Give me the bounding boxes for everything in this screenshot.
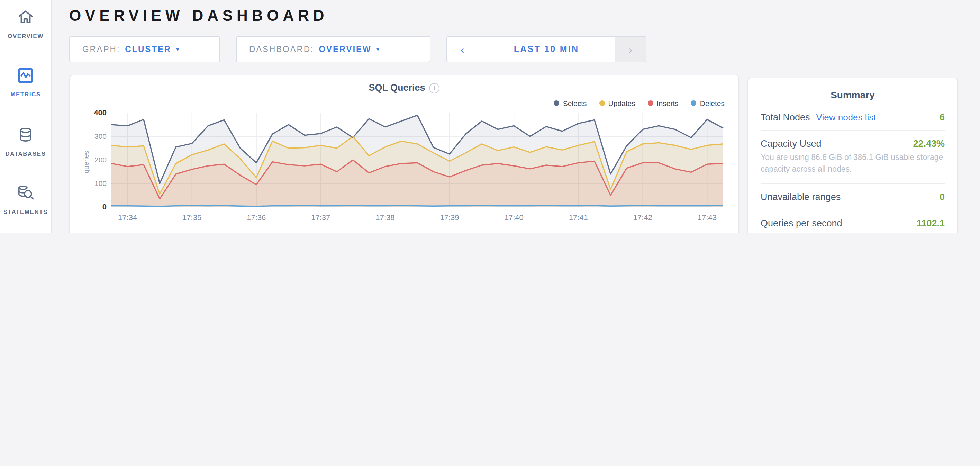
summary-row-value: 1102.1 (917, 218, 945, 228)
toolbar: GRAPH: CLUSTER ▾ DASHBOARD: OVERVIEW ▾ ‹… (69, 36, 646, 62)
chart-title-text: SQL Queries (369, 82, 425, 93)
summary-row: Unavailable ranges0 (760, 184, 945, 210)
summary-row-value: 22.43% (913, 139, 945, 149)
svg-text:0: 0 (102, 203, 107, 211)
summary-row-label: Total Nodes (760, 112, 810, 123)
legend-label: Selects (563, 99, 587, 107)
legend-item[interactable]: Inserts (648, 99, 679, 107)
svg-text:17:40: 17:40 (504, 213, 523, 222)
time-prev-button[interactable]: ‹ (447, 37, 477, 62)
svg-text:17:34: 17:34 (118, 213, 137, 222)
metrics-icon (17, 67, 35, 87)
sidebar-item-statements[interactable]: STATEMENTS (0, 184, 51, 215)
summary-row: Queries per second1102.1 (760, 210, 945, 233)
sidebar-item-metrics[interactable]: METRICS (0, 67, 51, 97)
chart-title: SQL Queries (81, 82, 727, 94)
view-nodes-link[interactable]: View nodes list (816, 112, 876, 123)
summary-row: Total NodesView nodes list6 (760, 105, 945, 131)
svg-text:400: 400 (94, 109, 107, 117)
legend-dot-icon (554, 101, 560, 106)
legend-label: Updates (608, 99, 635, 107)
summary-row-label: Queries per second (760, 218, 842, 228)
legend-label: Deletes (700, 99, 725, 107)
summary-title: Summary (760, 89, 945, 101)
legend-dot-icon (648, 101, 653, 106)
summary-row-label: Capacity Used (760, 139, 821, 149)
svg-text:17:39: 17:39 (440, 213, 459, 222)
svg-text:17:37: 17:37 (311, 213, 330, 222)
legend-item[interactable]: Deletes (691, 99, 725, 107)
legend-item[interactable]: Updates (599, 99, 635, 107)
svg-text:200: 200 (94, 156, 107, 164)
summary-row-subtext: You are using 86.6 GiB of 386.1 GiB usab… (760, 152, 945, 176)
dashboard-dropdown-label: DASHBOARD: (249, 44, 314, 54)
sql-queries-chart-card: SQL Queries SelectsUpdatesInsertsDeletes… (69, 75, 739, 233)
graph-dropdown-value: CLUSTER (125, 44, 171, 54)
svg-text:17:38: 17:38 (375, 213, 395, 222)
dashboard-dropdown-value: OVERVIEW (319, 44, 372, 54)
chevron-down-icon: ▾ (376, 46, 380, 53)
svg-text:17:35: 17:35 (182, 213, 201, 222)
svg-text:100: 100 (94, 179, 107, 187)
summary-panel: Summary Total NodesView nodes list6Capac… (748, 78, 958, 233)
svg-text:17:42: 17:42 (633, 213, 652, 222)
sidebar: OVERVIEWMETRICSDATABASESSTATEMENTSJOBS ⚙… (0, 0, 52, 233)
app-root: OVERVIEWMETRICSDATABASESSTATEMENTSJOBS ⚙… (0, 0, 980, 233)
sidebar-item-databases[interactable]: DATABASES (0, 126, 51, 157)
sql-queries-chart: 17:3417:3517:3617:3717:3817:3917:4017:41… (81, 107, 727, 228)
sidebar-item-label: METRICS (10, 91, 40, 97)
sidebar-item-label: STATEMENTS (3, 208, 48, 215)
svg-text:queries: queries (82, 151, 90, 174)
sidebar-item-label: OVERVIEW (8, 32, 44, 40)
sidebar-item-label: DATABASES (5, 150, 46, 157)
summary-row-label: Unavailable ranges (760, 192, 840, 202)
legend-label: Inserts (657, 99, 679, 107)
summary-row: Capacity Used22.43%You are using 86.6 Gi… (760, 131, 945, 184)
time-range-selector: ‹ LAST 10 MIN › (446, 36, 646, 62)
legend-dot-icon (691, 101, 697, 106)
svg-text:17:41: 17:41 (569, 213, 588, 222)
databases-icon (17, 126, 35, 147)
home-icon (17, 8, 35, 29)
time-next-button[interactable]: › (615, 37, 646, 62)
legend-item[interactable]: Selects (554, 99, 587, 107)
dashboard-dropdown[interactable]: DASHBOARD: OVERVIEW ▾ (236, 36, 431, 62)
summary-row-value: 0 (940, 192, 945, 202)
sidebar-item-overview[interactable]: OVERVIEW (0, 8, 51, 40)
page-title: OVERVIEW DASHBOARD (69, 0, 739, 25)
chart-legend: SelectsUpdatesInsertsDeletes (81, 99, 725, 107)
main-content: OVERVIEW DASHBOARD GRAPH: CLUSTER ▾ DASH… (69, 0, 739, 25)
summary-rows: Total NodesView nodes list6Capacity Used… (760, 105, 945, 233)
info-icon[interactable] (430, 83, 440, 94)
svg-text:300: 300 (94, 132, 107, 140)
svg-text:17:36: 17:36 (247, 213, 266, 222)
statements-icon (16, 184, 35, 205)
graph-dropdown[interactable]: GRAPH: CLUSTER ▾ (69, 36, 220, 62)
summary-row-value: 6 (940, 112, 945, 123)
time-range-value[interactable]: LAST 10 MIN (477, 37, 615, 62)
chevron-down-icon: ▾ (176, 46, 180, 53)
graph-dropdown-label: GRAPH: (82, 44, 120, 54)
svg-text:17:43: 17:43 (698, 213, 717, 222)
legend-dot-icon (599, 101, 605, 106)
